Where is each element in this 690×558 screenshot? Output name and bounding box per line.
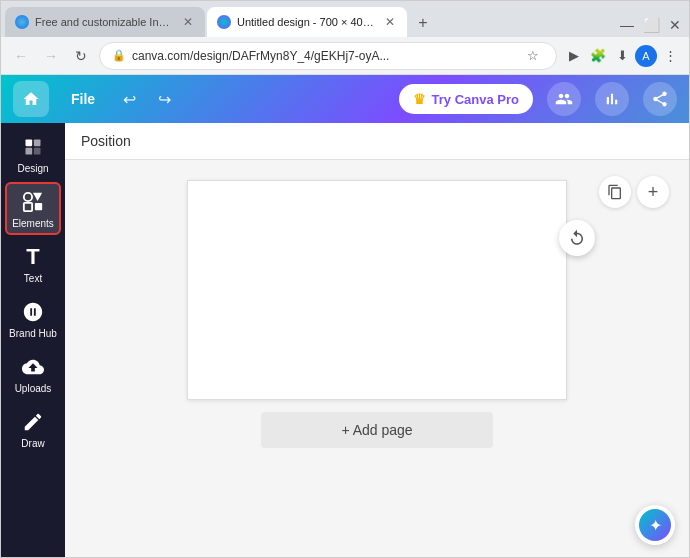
rotate-button[interactable] [559,220,595,256]
elements-icon [21,190,45,214]
share-button[interactable] [643,82,677,116]
extensions-button[interactable]: 🧩 [587,45,609,67]
svg-rect-4 [24,203,32,211]
tab-1-label: Free and customizable Insta... [35,16,173,28]
menu-button[interactable]: ⋮ [659,45,681,67]
add-page-button[interactable]: + Add page [261,412,492,448]
maximize-button[interactable]: ⬜ [641,15,661,35]
redo-button[interactable]: ↪ [152,86,177,113]
canvas-wrapper [85,180,669,400]
minimize-button[interactable]: — [617,15,637,35]
main-layout: Design Elements T Text [1,123,689,557]
reload-button[interactable]: ↻ [69,44,93,68]
svg-rect-3 [34,148,41,155]
tab-2[interactable]: Untitled design - 700 × 400p... ✕ [207,7,407,37]
canva-header: File ↩ ↪ ♛ Try Canva Pro [1,75,689,123]
lock-icon: 🔒 [112,49,126,62]
position-header: Position [65,123,689,160]
text-icon: T [21,245,45,269]
close-button[interactable]: ✕ [665,15,685,35]
download-button[interactable]: ⬇ [611,45,633,67]
svg-rect-1 [34,140,41,147]
svg-rect-7 [35,203,42,210]
canvas-box[interactable] [187,180,567,400]
tab-2-label: Untitled design - 700 × 400p... [237,16,375,28]
sidebar-item-elements[interactable]: Elements [5,182,61,235]
browser-actions: ▶ 🧩 ⬇ A ⋮ [563,45,681,67]
address-bar: ← → ↻ 🔒 canva.com/design/DAFrMyn8Y_4/gEK… [1,37,689,75]
profile-button[interactable]: A [635,45,657,67]
svg-rect-0 [26,140,33,147]
try-pro-label: Try Canva Pro [432,92,519,107]
canvas-area: + + Add page ✦ [65,160,689,557]
svg-marker-5 [33,193,42,201]
sidebar-elements-label: Elements [12,218,54,229]
tab-2-favicon [217,15,231,29]
address-input[interactable]: 🔒 canva.com/design/DAFrMyn8Y_4/gEKHj7-oy… [99,42,557,70]
sidebar: Design Elements T Text [1,123,65,557]
tab-2-close[interactable]: ✕ [385,15,395,29]
crown-icon: ♛ [413,91,426,107]
assistant-button[interactable]: ✦ [635,505,675,545]
sidebar-item-text[interactable]: T Text [5,237,61,290]
draw-icon [21,410,45,434]
sidebar-design-label: Design [17,163,48,174]
sidebar-item-design[interactable]: Design [5,127,61,180]
tab-bar-right: — ⬜ ✕ [617,15,685,37]
sidebar-item-uploads[interactable]: Uploads [5,347,61,400]
design-icon [21,135,45,159]
sidebar-uploads-label: Uploads [15,383,52,394]
tab-1[interactable]: Free and customizable Insta... ✕ [5,7,205,37]
svg-point-6 [24,193,32,201]
collab-button[interactable] [547,82,581,116]
sidebar-text-label: Text [24,273,42,284]
undo-button[interactable]: ↩ [117,86,142,113]
brand-hub-icon [21,300,45,324]
bookmark-icon[interactable]: ☆ [522,45,544,67]
media-button[interactable]: ▶ [563,45,585,67]
svg-rect-2 [26,148,33,155]
browser-frame: Free and customizable Insta... ✕ Untitle… [0,0,690,558]
address-text: canva.com/design/DAFrMyn8Y_4/gEKHj7-oyA.… [132,49,516,63]
sidebar-item-draw[interactable]: Draw [5,402,61,455]
back-button[interactable]: ← [9,44,33,68]
tab-bar: Free and customizable Insta... ✕ Untitle… [1,1,689,37]
uploads-icon [21,355,45,379]
add-page-label: + Add page [341,422,412,438]
sidebar-item-brand-hub[interactable]: Brand Hub [5,292,61,345]
position-label: Position [81,133,131,149]
assistant-icon: ✦ [639,509,671,541]
tab-1-close[interactable]: ✕ [183,15,193,29]
forward-button[interactable]: → [39,44,63,68]
try-pro-button[interactable]: ♛ Try Canva Pro [399,84,533,114]
tab-1-favicon [15,15,29,29]
sidebar-brand-hub-label: Brand Hub [9,328,57,339]
content-area: Position + [65,123,689,557]
home-button[interactable] [13,81,49,117]
new-tab-button[interactable]: + [409,9,437,37]
file-menu-button[interactable]: File [59,85,107,113]
analytics-button[interactable] [595,82,629,116]
sidebar-draw-label: Draw [21,438,44,449]
address-actions: ☆ [522,45,544,67]
